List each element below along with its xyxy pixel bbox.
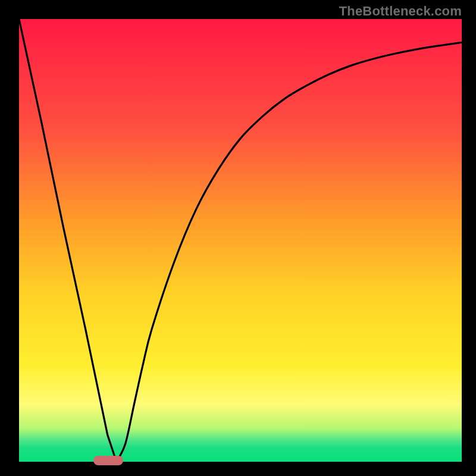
optimum-marker [93, 456, 123, 465]
watermark-label: TheBottleneck.com [339, 4, 462, 19]
plot-area [19, 19, 462, 462]
bottleneck-curve [19, 19, 462, 462]
